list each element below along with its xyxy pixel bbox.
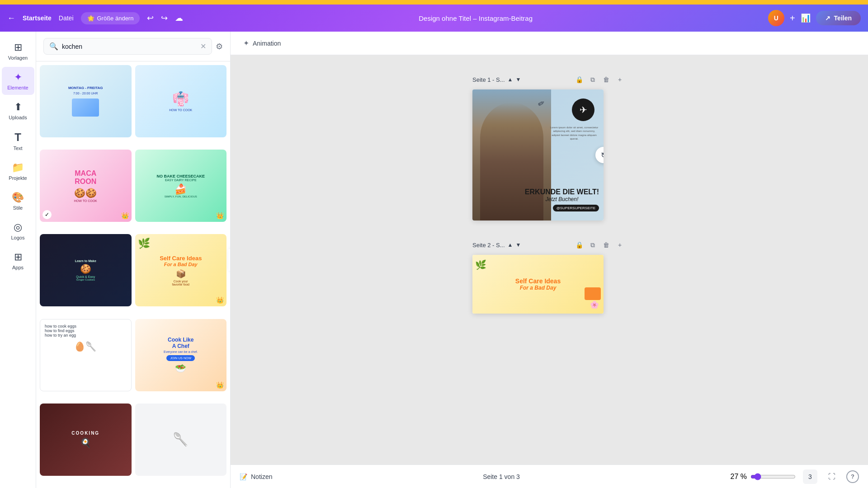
animation-icon: ✦ bbox=[243, 39, 249, 47]
template-macaroon-content: MACAROON 🍪🍪 HOW TO COOK bbox=[40, 150, 132, 222]
topbar: ← Startseite Datei 🌟 Größe ändern ↩ ↪ ☁ … bbox=[0, 5, 868, 32]
share-icon: ↗ bbox=[825, 14, 830, 22]
page-2-expand-down[interactable]: ▼ bbox=[515, 242, 521, 248]
template-card-selfcare[interactable]: 🌿 Self Care Ideas For a Bad Day 📦 Cook y… bbox=[135, 234, 227, 306]
page-section-1: Seite 1 - S... ▲ ▼ 🔒 ⧉ 🗑 + bbox=[472, 73, 626, 221]
sidebar-item-stile[interactable]: 🎨 Stile bbox=[2, 187, 34, 215]
template-card-cheesecake[interactable]: NO BAKE CHEESECAKE EASY DAIRY RECIPE 🍰 S… bbox=[135, 150, 227, 222]
stile-icon: 🎨 bbox=[12, 192, 24, 203]
file-menu[interactable]: Datei bbox=[59, 14, 74, 22]
page-1-wrapper: Seite 1 - S... ▲ ▼ 🔒 ⧉ 🗑 + bbox=[472, 73, 626, 221]
vorlagen-icon: ⊞ bbox=[14, 42, 22, 53]
share-button[interactable]: ↗ Teilen bbox=[816, 11, 861, 25]
animation-button[interactable]: ✦ Animation bbox=[238, 36, 286, 50]
search-input-wrap: 🔍 ✕ bbox=[43, 38, 212, 55]
uploads-label: Uploads bbox=[9, 115, 27, 120]
selfcare-mini-subtitle: For a Bad Day bbox=[520, 285, 557, 291]
canvas-scroll[interactable]: Seite 1 - S... ▲ ▼ 🔒 ⧉ 🗑 + bbox=[231, 55, 868, 465]
page-1-expand-down[interactable]: ▼ bbox=[515, 76, 521, 83]
apps-icon: ⊞ bbox=[14, 251, 22, 263]
home-button[interactable]: Startseite bbox=[23, 14, 52, 22]
help-button[interactable]: ? bbox=[846, 470, 859, 483]
apps-label: Apps bbox=[12, 265, 24, 270]
sidebar-item-projekte[interactable]: 📁 Projekte bbox=[2, 157, 34, 185]
canvas-card-page-2[interactable]: 🌿 Self Care Ideas For a Bad Day 🌸 bbox=[472, 255, 604, 314]
template-card-half[interactable]: 🥄 bbox=[135, 404, 227, 476]
template-chef-content: Cook LikeA Chef Everyone can be a chef. … bbox=[135, 319, 227, 391]
resize-emoji: 🌟 bbox=[87, 15, 94, 22]
fullscreen-button[interactable]: ⛶ bbox=[825, 469, 839, 484]
template-card-chef[interactable]: Cook LikeA Chef Everyone can be a chef. … bbox=[135, 319, 227, 391]
design-1: ✏ ✈ Lorem ipsum dolor sit amet, consecte… bbox=[472, 89, 604, 221]
page-1-collapse-up[interactable]: ▲ bbox=[508, 76, 513, 83]
sidebar-item-text[interactable]: T Text bbox=[2, 127, 34, 155]
cloud-save-button[interactable]: ☁ bbox=[175, 13, 183, 23]
results-grid: MONTAG - FREITAG 7:00 - 20:00 UHR 👘 HOW … bbox=[36, 61, 230, 488]
search-input[interactable] bbox=[62, 43, 197, 50]
zoom-slider[interactable] bbox=[750, 473, 796, 480]
page-1-lock-button[interactable]: 🔒 bbox=[573, 73, 585, 86]
undo-button[interactable]: ↩ bbox=[147, 13, 154, 23]
page-2-lock-button[interactable]: 🔒 bbox=[573, 239, 585, 251]
selfcare-title: Self Care Ideas bbox=[160, 255, 202, 262]
logos-label: Logos bbox=[11, 235, 25, 240]
page-1-delete-button[interactable]: 🗑 bbox=[600, 73, 613, 86]
template-card-schedule[interactable]: MONTAG - FREITAG 7:00 - 20:00 UHR bbox=[40, 65, 132, 137]
template-eggs-content: how to cook eggshow to find eggshow to t… bbox=[40, 319, 131, 391]
page-2-add-button[interactable]: + bbox=[613, 239, 626, 251]
user-avatar[interactable]: U bbox=[768, 10, 784, 26]
add-collaborator-button[interactable]: + bbox=[790, 13, 795, 23]
notes-button[interactable]: 📝 Notizen bbox=[240, 473, 272, 480]
redo-button[interactable]: ↪ bbox=[161, 13, 168, 23]
bottom-bar: 📝 Notizen Seite 1 von 3 27 % 3 ⛶ ? bbox=[231, 465, 868, 488]
page-indicator: Seite 1 von 3 bbox=[279, 473, 723, 480]
template-card-cooking[interactable]: COOKING 🍳 bbox=[40, 404, 132, 476]
join-now-button[interactable]: JOIN US NOW bbox=[166, 355, 195, 361]
template-card-bake[interactable]: Learn to Make 🍪 Quick & Easy Ginger Cook… bbox=[40, 234, 132, 306]
chef-title: Cook LikeA Chef bbox=[168, 337, 193, 349]
sidebar-item-logos[interactable]: ◎ Logos bbox=[2, 217, 34, 245]
view-mode-button[interactable]: 3 bbox=[803, 469, 817, 484]
vorlagen-label: Vorlagen bbox=[8, 55, 28, 61]
search-icon: 🔍 bbox=[49, 42, 58, 51]
design-1-lorem: Lorem ipsum dolor sit amet, consectetur … bbox=[549, 126, 599, 141]
half-card-content: 🥄 bbox=[173, 432, 189, 447]
template-tutorial-content: 👘 HOW TO COOK bbox=[135, 65, 227, 137]
sidebar-item-elemente[interactable]: ✦ Elemente bbox=[2, 67, 34, 95]
page-2-collapse-up[interactable]: ▲ bbox=[508, 242, 513, 248]
design-1-script: Jetzt Buchen! bbox=[525, 196, 599, 202]
document-title: Design ohne Titel – Instagram-Beitrag bbox=[190, 14, 760, 22]
page-1-duplicate-button[interactable]: ⧉ bbox=[586, 73, 599, 86]
sidebar-item-uploads[interactable]: ⬆ Uploads bbox=[2, 97, 34, 125]
template-card-tutorial[interactable]: 👘 HOW TO COOK bbox=[135, 65, 227, 137]
page-1-add-button[interactable]: + bbox=[613, 73, 626, 86]
text-icon: T bbox=[14, 131, 21, 144]
sidebar-item-vorlagen[interactable]: ⊞ Vorlagen bbox=[2, 37, 34, 65]
page-1-icons: 🔒 ⧉ 🗑 + bbox=[573, 73, 626, 86]
template-card-macaroon[interactable]: MACAROON 🍪🍪 HOW TO COOK ✓ 👑 bbox=[40, 150, 132, 222]
template-card-eggs[interactable]: how to cook eggshow to find eggshow to t… bbox=[40, 319, 132, 391]
analytics-button[interactable]: 📊 bbox=[801, 13, 811, 23]
projekte-label: Projekte bbox=[9, 175, 27, 181]
filter-button[interactable]: ⚙ bbox=[216, 42, 223, 52]
stile-label: Stile bbox=[13, 205, 23, 211]
canvas-toolbar: ✦ Animation bbox=[231, 32, 868, 55]
self-care-mini-design: 🌿 Self Care Ideas For a Bad Day 🌸 bbox=[472, 255, 604, 314]
back-button[interactable]: ← bbox=[7, 14, 15, 23]
canvas-card-page-1[interactable]: ✏ ✈ Lorem ipsum dolor sit amet, consecte… bbox=[472, 89, 604, 221]
selfcare-mini-title: Self Care Ideas bbox=[515, 277, 561, 285]
premium-crown-3: 👑 bbox=[121, 212, 129, 219]
template-cooking-content: COOKING 🍳 bbox=[40, 404, 132, 476]
page-2-duplicate-button[interactable]: ⧉ bbox=[586, 239, 599, 251]
clear-search-button[interactable]: ✕ bbox=[200, 42, 206, 51]
design-1-title: ERKUNDE DIE WELT! bbox=[525, 188, 599, 196]
elemente-label: Elemente bbox=[7, 85, 28, 90]
template-bake-content: Learn to Make 🍪 Quick & Easy Ginger Cook… bbox=[40, 234, 132, 306]
sidebar-item-apps[interactable]: ⊞ Apps bbox=[2, 247, 34, 275]
search-bar: 🔍 ✕ ⚙ bbox=[36, 32, 230, 61]
text-label: Text bbox=[13, 145, 22, 151]
canvas-area: ✦ Animation Seite 1 - S... ▲ ▼ 🔒 ⧉ bbox=[231, 32, 868, 488]
resize-button[interactable]: 🌟 Größe ändern bbox=[81, 12, 140, 24]
design-1-badge: ✈ bbox=[572, 99, 594, 121]
page-2-delete-button[interactable]: 🗑 bbox=[600, 239, 613, 251]
